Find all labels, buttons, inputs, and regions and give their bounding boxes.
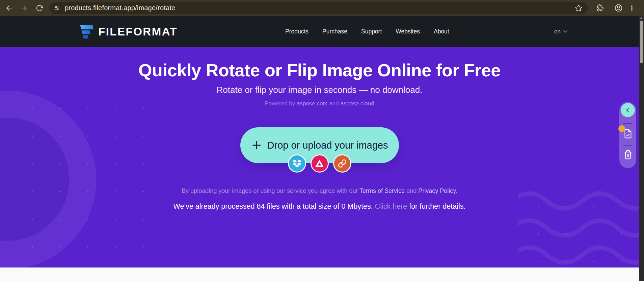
cloud-upload-row: [288, 154, 351, 173]
language-selector[interactable]: en: [554, 16, 567, 47]
url-text[interactable]: products.fileformat.app/image/rotate: [65, 4, 175, 12]
privacy-policy-link[interactable]: Privacy Policy: [418, 187, 456, 194]
browser-toolbar: products.fileformat.app/image/rotate: [0, 0, 644, 16]
extensions-button[interactable]: [594, 2, 606, 14]
hero-section: Quickly Rotate or Flip Image Online for …: [0, 47, 639, 267]
powered-prefix: Powered by: [265, 100, 297, 107]
nav-products[interactable]: Products: [285, 28, 308, 35]
page-subtitle: Rotate or flip your image in seconds — n…: [0, 85, 639, 95]
footer-strip: [0, 267, 639, 281]
reload-button[interactable]: [34, 2, 45, 14]
plus-icon: [251, 140, 262, 151]
reload-icon: [36, 4, 43, 12]
site-header: FILEFORMAT Products Purchase Support Web…: [0, 16, 639, 47]
terms-suffix: .: [456, 187, 457, 194]
extensions-icon: [596, 4, 604, 12]
profile-icon: [614, 4, 623, 12]
link-icon: [338, 159, 347, 168]
upload-report-button[interactable]: [623, 128, 633, 139]
address-bar[interactable]: products.fileformat.app/image/rotate: [49, 2, 588, 14]
nav-purchase[interactable]: Purchase: [322, 28, 347, 35]
main-nav: Products Purchase Support Websites About: [285, 16, 449, 47]
bookmark-star-icon[interactable]: [575, 4, 583, 12]
click-here-link[interactable]: Click here: [375, 202, 407, 210]
terms-line: By uploading your images or using our se…: [0, 187, 639, 195]
panel-divider: [623, 123, 633, 124]
dropbox-icon: [292, 159, 302, 168]
menu-dots-icon: [628, 5, 635, 11]
aspose-cloud-link[interactable]: aspose.cloud: [340, 100, 374, 107]
panel-collapse-button[interactable]: [621, 103, 635, 117]
floating-side-panel: [619, 102, 636, 168]
page-title: Quickly Rotate or Flip Image Online for …: [0, 60, 639, 80]
back-icon: [5, 4, 13, 12]
powered-by-line: Powered by aspose.com and aspose.cloud: [0, 100, 639, 107]
dropbox-upload-button[interactable]: [288, 154, 306, 173]
google-drive-icon: [315, 159, 324, 168]
nav-about[interactable]: About: [434, 28, 449, 35]
terms-and: and: [405, 187, 418, 194]
google-drive-upload-button[interactable]: [311, 154, 329, 173]
site-settings-icon[interactable]: [53, 5, 60, 11]
browser-menu-button[interactable]: [626, 2, 638, 14]
upload-label: Drop or upload your images: [267, 140, 388, 151]
nav-websites[interactable]: Websites: [396, 28, 420, 35]
forward-button[interactable]: [18, 2, 30, 14]
chevron-down-icon: [563, 30, 567, 33]
toolbar-separator: [609, 4, 609, 12]
nav-support[interactable]: Support: [361, 28, 382, 35]
profile-button[interactable]: [613, 2, 624, 14]
back-button[interactable]: [3, 2, 15, 14]
stats-suffix: for further details.: [407, 202, 465, 210]
language-label: en: [554, 28, 561, 35]
logo[interactable]: FILEFORMAT: [80, 24, 178, 40]
notification-badge: [618, 125, 625, 132]
url-upload-button[interactable]: [333, 154, 351, 173]
logo-text: FILEFORMAT: [98, 25, 178, 38]
fileformat-logo-icon: [80, 24, 96, 40]
trash-icon: [623, 150, 633, 159]
panel-divider: [623, 145, 633, 146]
page-scrollbar[interactable]: [639, 16, 644, 281]
scrollbar-thumb[interactable]: [640, 21, 643, 63]
stats-prefix: We’ve already processed 84 files with a …: [173, 202, 375, 210]
terms-prefix: By uploading your images or using our se…: [182, 187, 359, 194]
stats-line: We’ve already processed 84 files with a …: [0, 202, 639, 211]
forward-icon: [20, 4, 28, 12]
clear-files-button[interactable]: [623, 149, 633, 160]
terms-of-service-link[interactable]: Terms of Service: [359, 187, 405, 194]
upload-area: Drop or upload your images: [240, 127, 399, 163]
scroll-up-arrow[interactable]: [640, 17, 643, 19]
powered-and: and: [328, 100, 341, 107]
chevron-left-icon: [625, 107, 630, 113]
aspose-com-link[interactable]: aspose.com: [297, 100, 328, 107]
